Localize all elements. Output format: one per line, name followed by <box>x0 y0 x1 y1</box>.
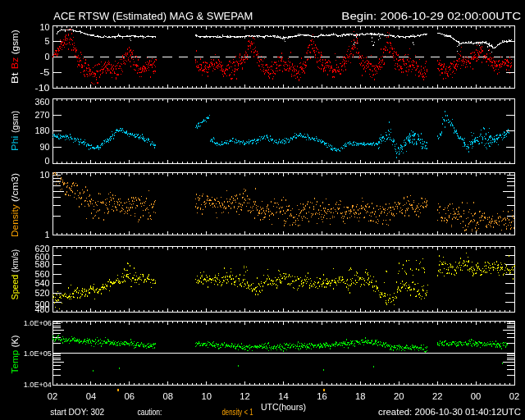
svg-text:520: 520 <box>35 289 50 298</box>
svg-text:0: 0 <box>45 157 50 166</box>
svg-text:-5: -5 <box>40 68 51 77</box>
svg-text:90: 90 <box>40 143 50 152</box>
svg-text:density < 1: density < 1 <box>222 408 253 417</box>
svg-text:02: 02 <box>509 392 520 401</box>
svg-text:5: 5 <box>45 37 50 46</box>
svg-text:Speed: Speed <box>10 272 20 300</box>
svg-text:10: 10 <box>40 171 50 180</box>
svg-text:10: 10 <box>201 392 212 401</box>
svg-text:0: 0 <box>45 52 50 62</box>
svg-text:08: 08 <box>163 392 174 401</box>
svg-text:1: 1 <box>45 231 50 240</box>
svg-text:1.0E+05: 1.0E+05 <box>24 349 52 358</box>
svg-text:Begin: 2006-10-29 02:00:00UTC: Begin: 2006-10-29 02:00:00UTC <box>341 10 521 22</box>
svg-text:ACE RTSW (Estimated) MAG & SWE: ACE RTSW (Estimated) MAG & SWEPAM <box>53 10 253 22</box>
svg-text:16: 16 <box>317 392 327 401</box>
svg-text:1.0E+04: 1.0E+04 <box>24 381 52 389</box>
svg-text:02: 02 <box>48 392 58 401</box>
svg-text:created: 2006-10-30 01:40:12UT: created: 2006-10-30 01:40:12UTC <box>378 408 521 417</box>
svg-text:480: 480 <box>35 305 50 314</box>
svg-text:540: 540 <box>35 279 50 288</box>
svg-text:start DOY: 302: start DOY: 302 <box>50 408 104 417</box>
svg-text:18: 18 <box>355 392 366 401</box>
svg-text:270: 270 <box>35 111 50 120</box>
svg-text:10: 10 <box>40 23 50 32</box>
svg-text:06: 06 <box>125 392 135 401</box>
svg-text:360: 360 <box>35 98 50 107</box>
svg-text:560: 560 <box>35 270 50 279</box>
svg-text:14: 14 <box>278 392 289 401</box>
svg-text:(K): (K) <box>10 335 20 347</box>
svg-text:Bz: Bz <box>10 54 20 69</box>
svg-text:Density: Density <box>10 202 20 237</box>
svg-text:Phi: Phi <box>10 133 20 151</box>
svg-text:04: 04 <box>86 392 97 401</box>
svg-text:1.0E+06: 1.0E+06 <box>24 319 52 327</box>
svg-text:Temp: Temp <box>10 347 20 373</box>
svg-text:UTC(hours): UTC(hours) <box>261 402 306 412</box>
svg-text:20: 20 <box>394 392 404 401</box>
svg-text:-10: -10 <box>35 84 51 93</box>
svg-text:(km/s): (km/s) <box>10 249 20 272</box>
svg-text:(gsm): (gsm) <box>10 111 20 133</box>
svg-text:(/cm3): (/cm3) <box>10 173 20 202</box>
svg-text:Bt: Bt <box>10 69 20 84</box>
svg-text:12: 12 <box>240 392 250 401</box>
svg-text:(gsm): (gsm) <box>10 30 20 54</box>
svg-text:00: 00 <box>471 392 482 401</box>
svg-text:22: 22 <box>432 392 443 401</box>
svg-text:580: 580 <box>35 260 50 269</box>
svg-text:caution:: caution: <box>138 408 162 417</box>
svg-text:180: 180 <box>35 126 50 135</box>
